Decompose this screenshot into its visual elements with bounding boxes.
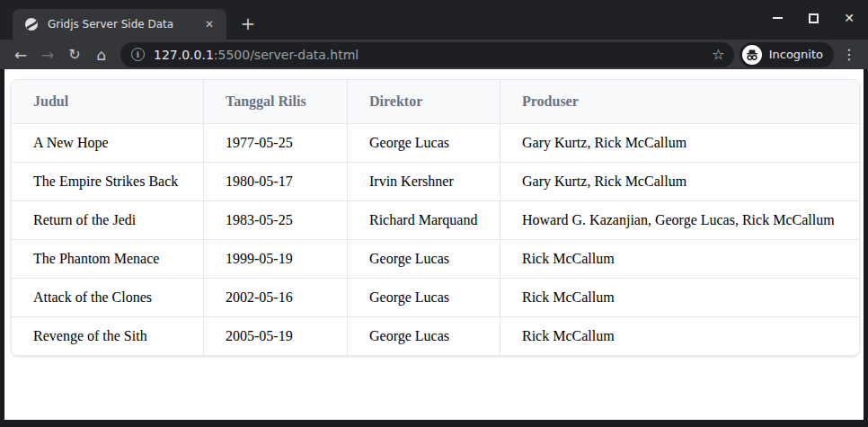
browser-toolbar: ← → ↻ ⌂ i 127.0.0.1:5500/server-data.htm… <box>0 40 868 69</box>
incognito-badge: Incognito <box>740 42 834 67</box>
table-row: The Phantom Menace1999-05-19George Lucas… <box>12 240 859 279</box>
table-cell: 1999-05-19 <box>204 240 348 279</box>
table-cell: The Empire Strikes Back <box>12 163 204 201</box>
column-header-direktor[interactable]: Direktor <box>348 80 500 124</box>
table-row: A New Hope1977-05-25George LucasGary Kur… <box>12 124 859 163</box>
tab-strip: Gridjs Server Side Data ✕ + ✕ <box>0 0 868 40</box>
column-header-produser[interactable]: Produser <box>500 80 859 124</box>
back-icon: ← <box>14 46 27 64</box>
reload-button[interactable]: ↻ <box>61 42 88 67</box>
reload-icon: ↻ <box>68 46 80 63</box>
table-cell: Gary Kurtz, Rick McCallum <box>500 163 859 201</box>
table-cell: Rick McCallum <box>500 279 859 317</box>
table-cell: 2005-05-19 <box>204 317 348 355</box>
table-cell: Rick McCallum <box>500 317 859 355</box>
table-cell: George Lucas <box>348 240 500 279</box>
table-cell: 1977-05-25 <box>204 124 348 163</box>
bookmark-star-icon[interactable]: ☆ <box>704 46 724 63</box>
table-cell: 1980-05-17 <box>204 163 348 201</box>
table-cell: Revenge of the Sith <box>12 317 204 355</box>
table-body: A New Hope1977-05-25George LucasGary Kur… <box>12 124 859 355</box>
forward-button[interactable]: → <box>34 42 61 67</box>
data-table-container: Judul Tanggal Rilis Direktor Produser A … <box>11 79 860 356</box>
tab-close-icon[interactable]: ✕ <box>201 16 217 32</box>
table-cell: Howard G. Kazanjian, George Lucas, Rick … <box>500 201 859 240</box>
page-content: Judul Tanggal Rilis Direktor Produser A … <box>4 69 864 420</box>
table-header: Judul Tanggal Rilis Direktor Produser <box>12 80 859 124</box>
maximize-button[interactable] <box>802 6 825 30</box>
minimize-icon <box>773 17 783 19</box>
back-button[interactable]: ← <box>7 42 34 67</box>
table-cell: George Lucas <box>348 317 500 355</box>
table-cell: Rick McCallum <box>500 240 859 279</box>
minimize-button[interactable] <box>766 6 789 30</box>
url-host: 127.0.0.1 <box>154 48 214 62</box>
data-table: Judul Tanggal Rilis Direktor Produser A … <box>12 80 859 355</box>
globe-favicon-icon <box>24 17 39 31</box>
table-cell: Return of the Jedi <box>12 201 204 240</box>
close-button[interactable]: ✕ <box>837 6 861 30</box>
new-tab-button[interactable]: + <box>235 11 261 36</box>
incognito-label: Incognito <box>769 48 823 61</box>
incognito-spy-icon <box>742 45 762 65</box>
table-row: The Empire Strikes Back1980-05-17Irvin K… <box>12 163 859 201</box>
table-cell: Richard Marquand <box>348 201 500 240</box>
table-cell: Irvin Kershner <box>348 163 500 201</box>
table-cell: Attack of the Clones <box>12 279 204 317</box>
table-row: Revenge of the Sith2005-05-19George Luca… <box>12 317 859 355</box>
table-cell: George Lucas <box>348 279 500 317</box>
table-cell: George Lucas <box>348 124 500 163</box>
table-cell: The Phantom Menace <box>12 240 204 279</box>
browser-tab[interactable]: Gridjs Server Side Data ✕ <box>13 9 226 40</box>
forward-icon: → <box>41 46 54 64</box>
tab-title: Gridjs Server Side Data <box>48 18 201 31</box>
table-header-row: Judul Tanggal Rilis Direktor Produser <box>12 80 859 124</box>
url-text[interactable]: 127.0.0.1:5500/server-data.html <box>154 48 704 62</box>
column-header-tanggal-rilis[interactable]: Tanggal Rilis <box>204 80 348 124</box>
browser-window: Gridjs Server Side Data ✕ + ✕ ← → ↻ ⌂ i … <box>0 0 868 427</box>
site-info-icon[interactable]: i <box>131 48 145 61</box>
window-controls: ✕ <box>766 0 861 36</box>
close-icon: ✕ <box>844 12 855 24</box>
home-button[interactable]: ⌂ <box>88 42 115 67</box>
table-cell: A New Hope <box>12 124 204 163</box>
table-cell: 1983-05-25 <box>204 201 348 240</box>
table-row: Attack of the Clones2002-05-16George Luc… <box>12 279 859 317</box>
table-cell: 2002-05-16 <box>204 279 348 317</box>
url-bar[interactable]: i 127.0.0.1:5500/server-data.html ☆ <box>120 42 734 67</box>
table-cell: Gary Kurtz, Rick McCallum <box>500 124 859 163</box>
maximize-icon <box>809 13 819 23</box>
menu-kebab-icon[interactable]: ⋮ <box>837 46 861 63</box>
column-header-judul[interactable]: Judul <box>12 80 204 124</box>
url-path: :5500/server-data.html <box>214 48 359 62</box>
home-icon: ⌂ <box>97 46 107 64</box>
table-row: Return of the Jedi1983-05-25Richard Marq… <box>12 201 859 240</box>
